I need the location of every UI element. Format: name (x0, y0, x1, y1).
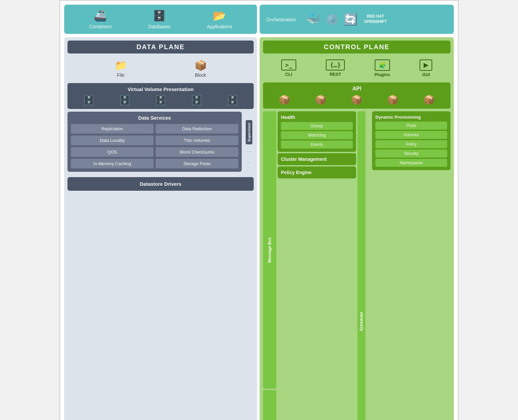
gui-label: GUI (422, 72, 430, 77)
dp-box: Dynamic Provisioning Pools Volumes Polic… (372, 111, 451, 170)
file-block-row: 📁 File 📦 Block (67, 57, 254, 80)
dp-items: Pools Volumes Policy Security Namespaces (375, 122, 447, 167)
redhat-line2: OPENSHIFT (364, 19, 387, 25)
top-right-panel: Orchestration 🐳 ⚙️ 🔄 RED HAT OPENSHIFT (260, 5, 454, 34)
containers-icon: 🚢 (94, 9, 107, 22)
api-icon-4: 📦 (387, 94, 399, 105)
block-label: Block (195, 72, 206, 78)
data-plane: DATA PLANE 📁 File 📦 Block Virtual Volume… (64, 37, 257, 420)
api-icon-3: 📦 (351, 94, 362, 105)
cli-label: CLI (285, 72, 292, 77)
ds-qos: QOS (71, 147, 154, 157)
gui-icon: ▶ (420, 59, 432, 71)
message-bus-label: Message Bus (263, 111, 276, 389)
dp-title: Dynamic Provisioning (375, 115, 447, 120)
main-row: DATA PLANE 📁 File 📦 Block Virtual Volume… (64, 37, 454, 420)
vol-icon-5: 🗄️ (227, 95, 238, 106)
dp-namespaces: Namespaces (375, 159, 447, 167)
ds-thin-volumes: Thin Volumes (156, 136, 238, 145)
policy-title: Policy Engine (281, 170, 353, 175)
databases-label: Databases (148, 24, 171, 29)
databases-item: 🗄️ Databases (148, 9, 171, 29)
dp-volumes: Volumes (375, 131, 447, 139)
control-plane: CONTROL PLANE >_ CLI {…} REST 🧩 Plugins … (260, 37, 454, 420)
plugins-icon: 🧩 (375, 59, 390, 71)
vvp-title: Virtual Volume Presentation (71, 86, 250, 92)
ds-block-checksums: Block Checksums (156, 147, 238, 157)
api-icon-5: 📦 (423, 94, 435, 105)
gossip-item: Gossip (281, 122, 353, 130)
api-icons: 📦 📦 📦 📦 📦 (266, 94, 447, 105)
redhat-openshift: RED HAT OPENSHIFT (364, 14, 387, 24)
interface-row: >_ CLI {…} REST 🧩 Plugins ▶ GUI (263, 57, 451, 80)
datastore-label: Datastore Drivers (140, 181, 181, 187)
ds-data-locality: Data Locality (71, 136, 154, 145)
cluster-title: Cluster Management (281, 157, 353, 162)
file-item: 📁 File (115, 59, 127, 78)
watchdog-item: Watchdog (281, 131, 353, 139)
rest-icon: {…} (326, 59, 345, 70)
vol-icon-4: 🗄️ (191, 95, 202, 106)
containers-label: Containers (89, 24, 112, 29)
diagram: 🚢 Containers 🗄️ Databases 📂 Applications… (60, 0, 458, 420)
center-panel: Health Gossip Watchdog Events Cluster Ma… (278, 111, 356, 420)
api-title: API (266, 86, 447, 92)
gui-item: ▶ GUI (420, 59, 432, 77)
events-item: Events (281, 141, 353, 149)
supervisor-label: Supervisor (246, 120, 252, 144)
containers-item: 🚢 Containers (89, 9, 112, 29)
health-title: Health (281, 115, 353, 120)
api-icon-1: 📦 (279, 94, 290, 105)
scheduler-label: Scheduler (357, 111, 365, 420)
ds-data-reduction: Data Reduction (156, 124, 238, 134)
datastore-box: Datastore Drivers (67, 177, 254, 191)
control-plane-title: CONTROL PLANE (263, 41, 451, 53)
vol-icon-2: 🗄️ (119, 95, 131, 106)
api-icon-2: 📦 (315, 94, 326, 105)
vvp-icons: 🗄️ 🗄️ 🗄️ 🗄️ 🗄️ (71, 95, 250, 106)
dp-policy: Policy (375, 140, 447, 148)
plugins-label: Plugins (374, 72, 390, 77)
data-plane-title: DATA PLANE (67, 41, 254, 53)
block-item: 📦 Block (194, 59, 207, 78)
kubernetes-icon: ⚙️ (325, 13, 339, 26)
file-icon: 📁 (115, 59, 127, 71)
vol-icon-1: 🗄️ (83, 95, 95, 106)
top-left-panel: 🚢 Containers 🗄️ Databases 📂 Applications (64, 5, 257, 34)
top-bar: 🚢 Containers 🗄️ Databases 📂 Applications… (64, 5, 454, 34)
orchestration-label: Orchestration (266, 17, 296, 22)
cluster-box: Cluster Management (278, 153, 356, 165)
arrow-right-icon: → (246, 148, 252, 155)
rest-item: {…} REST (326, 59, 345, 77)
supervisor-arrows: Supervisor → ← (244, 112, 254, 174)
redhat-line1: RED HAT (367, 14, 384, 19)
dp-panel: Dynamic Provisioning Pools Volumes Polic… (372, 111, 451, 420)
plugins-item: 🧩 Plugins (374, 59, 390, 77)
applications-icon: 📂 (213, 9, 226, 22)
arrow-left-icon: ← (246, 158, 252, 166)
api-box: API 📦 📦 📦 📦 📦 (263, 82, 451, 109)
data-services-box: Data Services Replication Data Reduction… (67, 112, 242, 172)
rest-label: REST (329, 72, 341, 77)
dp-security: Security (375, 150, 447, 158)
health-items: Gossip Watchdog Events (281, 122, 353, 149)
databases-icon: 🗄️ (153, 9, 166, 22)
data-services-grid: Replication Data Reduction Data Locality… (71, 124, 238, 168)
ds-replication: Replication (71, 124, 154, 134)
policy-box: Policy Engine (278, 166, 356, 178)
ds-in-memory: In-Memory Caching (71, 159, 154, 168)
ds-storage-pools: Storage Pools (156, 159, 238, 168)
lower-control-plane: Message Bus Config Health Gossip Watchdo… (263, 111, 451, 420)
msgbus-config-col: Message Bus Config (263, 111, 276, 420)
config-label: Config (263, 390, 276, 420)
file-label: File (117, 72, 125, 78)
cli-item: >_ CLI (281, 59, 297, 77)
data-services-title: Data Services (71, 115, 238, 121)
applications-label: Applications (207, 24, 232, 29)
vvp-box: Virtual Volume Presentation 🗄️ 🗄️ 🗄️ 🗄️ … (67, 83, 254, 109)
vol-icon-3: 🗄️ (155, 95, 167, 106)
block-icon: 📦 (194, 59, 207, 71)
applications-item: 📂 Applications (207, 9, 232, 29)
cli-icon: >_ (281, 59, 297, 70)
docker-icon: 🐳 (306, 13, 320, 26)
